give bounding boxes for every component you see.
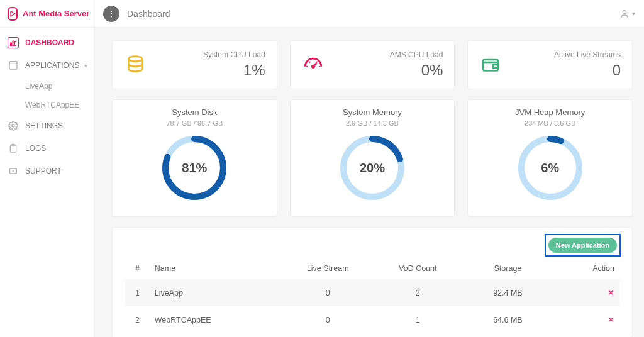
delete-button[interactable]: ✕ — [608, 288, 614, 297]
card-system-cpu: System CPU Load 1% — [112, 40, 277, 89]
cell-vod: 2 — [373, 279, 463, 306]
svg-point-14 — [111, 15, 112, 16]
svg-point-16 — [128, 57, 142, 62]
col-header-name: Name — [150, 258, 283, 279]
col-header-index: # — [125, 258, 150, 279]
cell-storage: 92.4 MB — [463, 279, 553, 306]
svg-rect-2 — [13, 41, 14, 46]
new-application-button[interactable]: New Application — [548, 238, 617, 253]
dashboard-icon — [8, 37, 19, 48]
sidebar-item-label: DASHBOARD — [25, 38, 74, 47]
logo-icon — [8, 7, 18, 21]
cell-vod: 1 — [373, 306, 463, 333]
logo-text: Ant Media Server — [23, 9, 89, 18]
sidebar-item-logs[interactable]: LOGS — [0, 137, 94, 160]
applications-table: # Name Live Stream VoD Count Storage Act… — [125, 258, 619, 333]
card-jvm-heap: JVM Heap Memory 234 MB / 3.6 GB 6% — [467, 99, 633, 217]
col-header-action: Action — [553, 258, 619, 279]
wallet-icon — [479, 53, 502, 76]
gauge-subtitle: 2.9 GB / 14.3 GB — [297, 119, 448, 127]
card-system-disk: System Disk 78.7 GB / 96.7 GB 81% — [112, 99, 277, 217]
cell-index: 2 — [125, 306, 150, 333]
svg-rect-1 — [11, 43, 12, 46]
cell-name: LiveApp — [150, 279, 283, 306]
gauge-value: 20% — [338, 133, 407, 202]
svg-point-15 — [623, 10, 626, 13]
delete-button[interactable]: ✕ — [608, 315, 614, 324]
cell-name: WebRTCAppEE — [150, 306, 283, 333]
logo[interactable]: Ant Media Server — [0, 0, 94, 28]
col-header-live: Live Stream — [283, 258, 373, 279]
new-application-highlight: New Application — [545, 234, 621, 257]
sidebar-item-label: LOGS — [25, 144, 46, 153]
gauge-title: System Memory — [297, 108, 448, 117]
svg-marker-0 — [11, 11, 15, 16]
menu-toggle-button[interactable] — [103, 6, 119, 22]
nav: DASHBOARD APPLICATIONS ▾ LiveApp WebRTCA… — [0, 28, 94, 186]
topbar: Dashboard ▾ — [94, 0, 644, 28]
svg-point-22 — [316, 62, 317, 63]
svg-point-18 — [312, 65, 314, 67]
gear-icon — [8, 120, 19, 131]
sidebar-item-label: APPLICATIONS — [25, 61, 79, 70]
sidebar-item-label: SUPPORT — [25, 167, 62, 175]
content: System CPU Load 1% AMS CPU Load 0% Activ… — [94, 28, 644, 337]
stat-label: AMS CPU Load — [390, 50, 443, 59]
card-applications-table: New Application # Name Live Stream VoD C… — [112, 227, 633, 337]
card-system-memory: System Memory 2.9 GB / 14.3 GB 20% — [290, 99, 455, 217]
svg-rect-24 — [493, 65, 498, 68]
stat-label: Active Live Streams — [554, 50, 621, 59]
sidebar-item-applications[interactable]: APPLICATIONS ▾ — [0, 54, 94, 77]
gauge-icon — [302, 53, 325, 76]
gauge-value: 6% — [516, 133, 585, 202]
svg-point-20 — [318, 66, 319, 67]
sidebar-item-settings[interactable]: SETTINGS — [0, 114, 94, 137]
page-title: Dashboard — [127, 9, 170, 19]
chevron-down-icon: ▾ — [632, 10, 635, 17]
stat-value: 1% — [203, 62, 265, 79]
sidebar: Ant Media Server DASHBOARD APPLICATIONS … — [0, 0, 94, 337]
sidebar-item-label: SETTINGS — [25, 121, 63, 130]
gauge-subtitle: 234 MB / 3.6 GB — [474, 119, 626, 127]
sidebar-item-webrtcappee[interactable]: WebRTCAppEE — [0, 96, 94, 114]
gauge-title: JVM Heap Memory — [474, 108, 626, 117]
gauge-disk: 81% — [160, 133, 229, 202]
svg-rect-5 — [9, 62, 17, 64]
sidebar-item-support[interactable]: SUPPORT — [0, 160, 94, 182]
cell-live: 0 — [283, 279, 373, 306]
gauge-memory: 20% — [338, 133, 407, 202]
user-icon — [619, 9, 630, 19]
database-icon — [124, 53, 147, 76]
user-menu[interactable]: ▾ — [619, 9, 635, 19]
support-icon — [8, 165, 19, 177]
card-ams-cpu: AMS CPU Load 0% — [290, 40, 455, 89]
applications-icon — [8, 60, 19, 71]
svg-point-19 — [306, 66, 308, 67]
gauge-subtitle: 78.7 GB / 96.7 GB — [119, 119, 270, 127]
cell-live: 0 — [283, 306, 373, 333]
svg-point-21 — [309, 62, 310, 63]
chevron-down-icon: ▾ — [84, 62, 87, 69]
sidebar-item-dashboard[interactable]: DASHBOARD — [0, 31, 94, 54]
table-row: 1 LiveApp 0 2 92.4 MB ✕ — [125, 279, 619, 306]
svg-rect-4 — [9, 62, 17, 69]
sidebar-item-liveapp[interactable]: LiveApp — [0, 77, 94, 96]
svg-point-6 — [12, 124, 14, 127]
gauge-value: 81% — [160, 133, 229, 202]
card-active-streams: Active Live Streams 0 — [467, 40, 633, 89]
cell-index: 1 — [125, 279, 150, 306]
svg-point-13 — [111, 13, 112, 14]
col-header-vod: VoD Count — [373, 258, 463, 279]
gauge-title: System Disk — [119, 108, 270, 117]
stat-label: System CPU Load — [203, 50, 265, 59]
gauge-jvm: 6% — [516, 133, 585, 202]
table-row: 2 WebRTCAppEE 0 1 64.6 MB ✕ — [125, 306, 619, 333]
cell-storage: 64.6 MB — [463, 306, 553, 333]
svg-rect-3 — [15, 42, 16, 46]
stat-value: 0 — [554, 62, 621, 79]
stat-value: 0% — [390, 62, 443, 79]
col-header-storage: Storage — [463, 258, 553, 279]
clipboard-icon — [8, 143, 19, 154]
svg-point-12 — [111, 10, 112, 11]
